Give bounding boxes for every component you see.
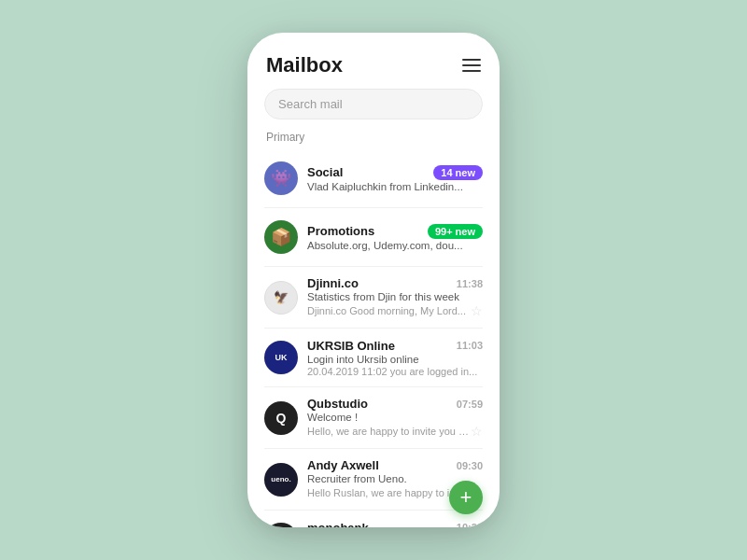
email-list: 👾 Social 14 new Vlad Kaipluchkin from Li… <box>247 149 500 527</box>
email-time: 11:03 <box>457 340 483 351</box>
list-item[interactable]: UK UKRSIB Online 11:03 Login into Ukrsib… <box>247 329 500 386</box>
email-content: Promotions 99+ new Absolute.org, Udemy.c… <box>307 224 483 251</box>
avatar: 👾 <box>264 161 298 195</box>
phone-container: Mailbox Search mail Primary 👾 Social 14 … <box>247 33 500 527</box>
email-time: 07:59 <box>457 399 483 410</box>
list-item[interactable]: 🦅 Djinni.co 11:38 Statistics from Djin f… <box>247 267 500 328</box>
email-sender: Qubstudio 07:59 <box>307 397 483 411</box>
email-time: 10:38 <box>457 522 483 527</box>
section-label-primary: Primary <box>247 129 500 149</box>
list-item[interactable]: 📦 Promotions 99+ new Absolute.org, Udemy… <box>247 208 500 266</box>
email-subject: Absolute.org, Udemy.com, dou... <box>307 240 483 251</box>
email-subject: Vlad Kaipluchkin from Linkedin... <box>307 181 483 192</box>
avatar: UK <box>264 341 298 374</box>
email-sender: Andy Axwell 09:30 <box>307 458 483 472</box>
search-input[interactable]: Search mail <box>264 89 483 119</box>
email-sender: Djinni.co 11:38 <box>307 276 483 290</box>
email-subject: Login into Ukrsib online <box>307 354 483 365</box>
email-content: UKRSIB Online 11:03 Login into Ukrsib on… <box>307 339 483 377</box>
compose-button[interactable]: + <box>449 481 483 514</box>
avatar: mono <box>264 523 298 527</box>
avatar: Q <box>264 401 298 435</box>
star-icon[interactable]: ☆ <box>471 424 483 439</box>
avatar: 🦅 <box>264 281 298 315</box>
email-time: 11:38 <box>457 278 483 289</box>
new-badge: 14 new <box>433 165 483 180</box>
star-icon[interactable]: ☆ <box>471 303 483 318</box>
phone-screen: Mailbox Search mail Primary 👾 Social 14 … <box>247 33 500 527</box>
avatar: 📦 <box>264 220 298 254</box>
email-content: Djinni.co 11:38 Statistics from Djin for… <box>307 276 483 318</box>
email-sender: Social 14 new <box>307 165 483 180</box>
email-sender: UKRSIB Online 11:03 <box>307 339 483 353</box>
email-content: Qubstudio 07:59 Welcome ! Hello, we are … <box>307 397 483 439</box>
email-subject: Welcome ! <box>307 412 483 423</box>
email-sender: monobank 10:38 <box>307 521 483 528</box>
email-preview: Djinni.co Good morning, My Lord... ☆ <box>307 303 483 318</box>
header: Mailbox <box>247 44 500 85</box>
email-content: Social 14 new Vlad Kaipluchkin from Link… <box>307 165 483 192</box>
email-preview: Hello, we are happy to invite you for to… <box>307 424 483 439</box>
list-item[interactable]: Q Qubstudio 07:59 Welcome ! Hello, we ar… <box>247 387 500 448</box>
search-placeholder: Search mail <box>278 97 343 111</box>
email-content: monobank 10:38 Transfer from monobank Yo… <box>307 521 483 528</box>
list-item[interactable]: 👾 Social 14 new Vlad Kaipluchkin from Li… <box>247 149 500 207</box>
page-title: Mailbox <box>266 53 343 77</box>
new-badge: 99+ new <box>428 224 483 239</box>
email-preview: 20.04.2019 11:02 you are logged in... <box>307 366 483 377</box>
email-subject: Statistics from Djin for this week <box>307 291 483 302</box>
email-time: 09:30 <box>457 460 483 471</box>
menu-icon[interactable] <box>462 59 481 72</box>
compose-icon: + <box>460 485 472 510</box>
email-sender: Promotions 99+ new <box>307 224 483 239</box>
avatar: ueno. <box>264 463 298 497</box>
